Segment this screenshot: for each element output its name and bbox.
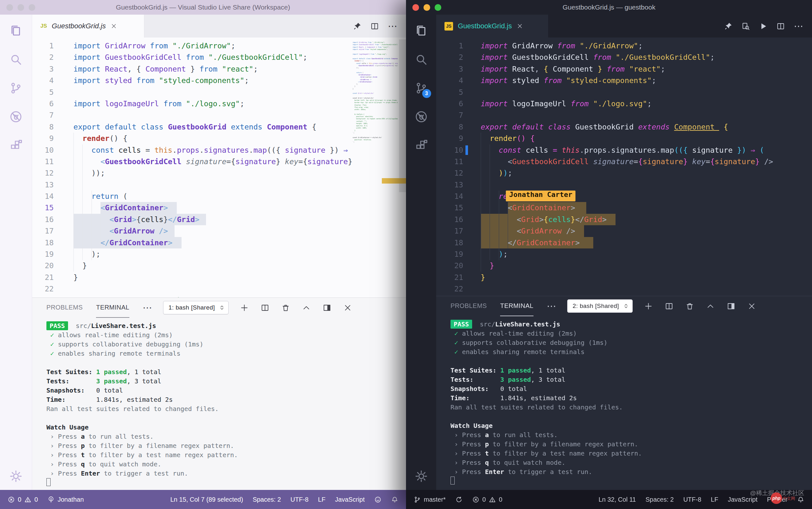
line-number[interactable]: 20	[32, 260, 73, 271]
line-number[interactable]: 9	[436, 133, 481, 144]
panel-tab-problems[interactable]: PROBLEMS	[450, 296, 487, 316]
panel-tab-problems[interactable]: PROBLEMS	[46, 298, 83, 318]
move-panel-icon[interactable]	[323, 304, 331, 312]
line-number[interactable]: 1	[436, 40, 481, 52]
line-number[interactable]: 6	[436, 98, 481, 109]
close-window-button[interactable]	[6, 4, 13, 11]
open-preview-icon[interactable]	[741, 22, 750, 31]
line-number[interactable]: 20	[436, 260, 481, 271]
line-number[interactable]: 17	[32, 225, 73, 237]
terminal-output[interactable]: PASS src/LiveShare.test.js ✓ allows real…	[436, 316, 812, 490]
extensions-icon[interactable]	[415, 139, 428, 152]
line-number[interactable]: 6	[32, 98, 73, 109]
code-line[interactable]	[481, 179, 812, 191]
maximize-panel-icon[interactable]	[706, 302, 715, 310]
line-number[interactable]: 16	[436, 214, 481, 225]
move-panel-icon[interactable]	[727, 302, 735, 310]
tab-guestbookgrid[interactable]: JS GuestbookGrid.js	[436, 14, 548, 38]
titlebar-left[interactable]: GuestbookGrid.js — Visual Studio Live Sh…	[0, 0, 406, 14]
panel-tab-terminal[interactable]: TERMINAL	[500, 296, 533, 316]
line-number[interactable]: 19	[32, 248, 73, 260]
code-line[interactable]: ));	[481, 167, 812, 179]
encoding[interactable]: UTF-8	[683, 496, 701, 503]
line-number[interactable]: 2	[32, 52, 73, 63]
terminal-select[interactable]: 1: bash [Shared]	[163, 301, 229, 314]
notifications-bell-icon[interactable]	[391, 496, 398, 503]
settings-gear-icon[interactable]	[415, 470, 428, 483]
code-line[interactable]: return (	[73, 191, 406, 202]
zoom-window-button[interactable]	[435, 4, 441, 11]
close-tab-icon[interactable]	[111, 23, 117, 29]
line-number[interactable]: 18	[436, 237, 481, 248]
code-line[interactable]: return (Jonathan Carter	[481, 191, 812, 202]
editor-gutter[interactable]: 1234567891011121314151617181920212223	[32, 38, 73, 298]
editor-gutter[interactable]: 1234567891011121314151617181920212223	[436, 38, 481, 296]
code-line[interactable]: export default class GuestbookGrid exten…	[481, 121, 812, 133]
search-icon[interactable]	[415, 53, 428, 66]
more-actions-icon[interactable]: ⋯	[794, 23, 804, 29]
debug-disabled-icon[interactable]	[9, 110, 23, 124]
code-line[interactable]: render() {	[481, 133, 812, 144]
settings-gear-icon[interactable]	[9, 470, 23, 483]
new-terminal-icon[interactable]	[644, 302, 653, 310]
code-line[interactable]	[481, 87, 812, 98]
code-line[interactable]: );	[73, 248, 406, 260]
more-actions-icon[interactable]: ⋯	[388, 23, 398, 29]
minimize-window-button[interactable]	[423, 4, 430, 11]
code-line[interactable]: <GridArrow />	[481, 225, 812, 237]
code-line[interactable]: <GridContainer>	[73, 202, 406, 213]
kill-terminal-icon[interactable]	[686, 302, 694, 310]
line-number[interactable]: 5	[32, 87, 73, 98]
code-area[interactable]: import GridArrow from "./GridArrow";impo…	[481, 38, 812, 296]
code-line[interactable]: const cells = this.props.signatures.map(…	[481, 144, 812, 156]
git-branch-status[interactable]: master*	[414, 496, 446, 503]
code-editor[interactable]: 1234567891011121314151617181920212223 im…	[436, 38, 812, 296]
code-line[interactable]: <Grid>{cells}</Grid>	[481, 214, 812, 225]
line-number[interactable]: 3	[32, 63, 73, 75]
line-number[interactable]: 18	[32, 237, 73, 248]
code-line[interactable]: <GridContainer>	[481, 202, 812, 213]
titlebar-right[interactable]: GuestbookGrid.js — guestbook	[406, 0, 812, 14]
code-line[interactable]: const Grid = styled.div`	[73, 295, 406, 298]
indentation-setting[interactable]: Spaces: 2	[253, 496, 281, 503]
debug-disabled-icon[interactable]	[415, 110, 428, 124]
line-number[interactable]: 8	[436, 121, 481, 133]
line-number[interactable]: 11	[32, 156, 73, 167]
split-editor-icon[interactable]	[370, 22, 379, 31]
line-number[interactable]: 5	[436, 87, 481, 98]
code-line[interactable]: import GuestbookGridCell from "./Guestbo…	[481, 52, 812, 63]
line-number[interactable]: 15	[32, 202, 73, 213]
encoding[interactable]: UTF-8	[291, 496, 309, 503]
split-terminal-icon[interactable]	[665, 302, 673, 310]
line-number[interactable]: 7	[436, 109, 481, 121]
line-number[interactable]: 23	[436, 295, 481, 296]
close-tab-icon[interactable]	[517, 23, 523, 29]
code-line[interactable]	[481, 109, 812, 121]
line-number[interactable]: 3	[436, 63, 481, 75]
code-line[interactable]: <GridArrow />	[73, 225, 406, 237]
line-number[interactable]: 15	[436, 202, 481, 213]
close-panel-icon[interactable]	[343, 304, 352, 312]
line-number[interactable]: 12	[436, 167, 481, 179]
code-line[interactable]: }	[73, 260, 406, 271]
search-icon[interactable]	[9, 53, 23, 66]
run-icon[interactable]	[759, 22, 768, 31]
code-line[interactable]: import GridArrow from "./GridArrow";	[481, 40, 812, 52]
split-terminal-icon[interactable]	[261, 304, 269, 312]
sync-icon[interactable]	[455, 496, 463, 503]
line-number[interactable]: 8	[32, 121, 73, 133]
line-number[interactable]: 4	[436, 75, 481, 86]
line-number[interactable]: 17	[436, 225, 481, 237]
tab-guestbookgrid[interactable]: JS GuestbookGrid.js	[32, 14, 144, 38]
minimize-window-button[interactable]	[17, 4, 24, 11]
close-panel-icon[interactable]	[747, 302, 756, 310]
line-number[interactable]: 21	[436, 272, 481, 283]
language-mode[interactable]: JavaScript	[335, 496, 365, 503]
code-line[interactable]: </GridContainer>	[73, 237, 406, 248]
cursor-position[interactable]: Ln 32, Col 11	[599, 496, 636, 503]
code-line[interactable]: }	[73, 272, 406, 283]
split-editor-icon[interactable]	[776, 22, 785, 31]
line-number[interactable]: 22	[436, 283, 481, 295]
extensions-icon[interactable]	[9, 139, 23, 152]
panel-more-icon[interactable]: ⋯	[143, 305, 152, 310]
